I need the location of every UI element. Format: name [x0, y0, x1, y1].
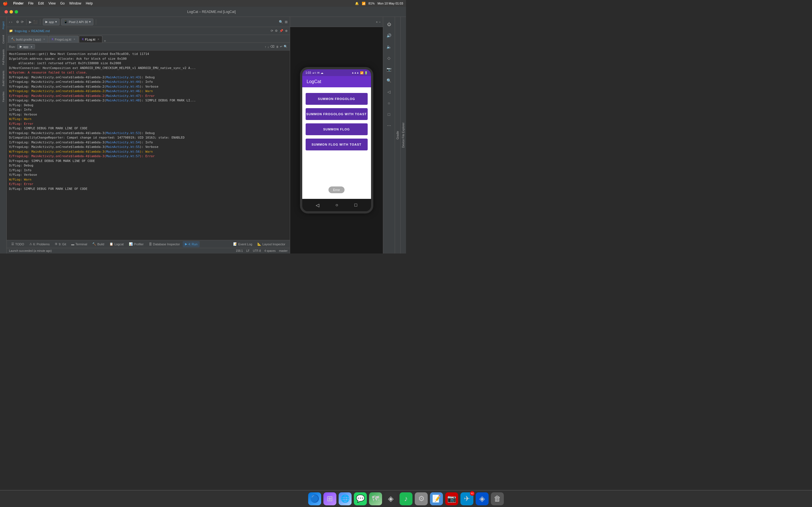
notification-icon[interactable]: 🔔: [355, 2, 359, 5]
indent-size[interactable]: 4 spaces: [264, 249, 275, 252]
app-selector[interactable]: ▶ app ▾: [43, 18, 59, 25]
menu-file[interactable]: File: [28, 1, 34, 5]
tab-close-build-gradle[interactable]: ×: [43, 38, 45, 41]
file-label[interactable]: README.md: [31, 29, 50, 33]
tab-close-frogolog[interactable]: ×: [73, 38, 75, 41]
log-link-53[interactable]: MainActivity.kt:53: [106, 131, 140, 135]
tool-terminal[interactable]: ▬ Terminal: [69, 241, 90, 247]
tool-layout-inspector[interactable]: 📐 Layout Inspector: [255, 241, 288, 247]
zoom-button[interactable]: 🔍: [384, 75, 394, 86]
refresh-icon[interactable]: ⟳: [271, 29, 273, 33]
log-link-55[interactable]: MainActivity.kt:55: [106, 145, 140, 149]
log-link-45[interactable]: MainActivity.kt:45: [106, 85, 140, 89]
log-link-43[interactable]: MainActivity.kt:43: [106, 75, 140, 79]
rotate-button[interactable]: ◇: [384, 53, 394, 63]
sync-icon[interactable]: ⟳: [21, 20, 24, 24]
menu-view[interactable]: View: [49, 1, 56, 5]
device-file-explorer-label[interactable]: Device File Explorer: [401, 121, 405, 149]
layout-icon[interactable]: ⊞: [285, 20, 288, 24]
folder-icon: 📁: [9, 29, 13, 33]
menu-edit[interactable]: Edit: [38, 1, 44, 5]
log-link-47[interactable]: MainActivity.kt:47: [106, 94, 140, 98]
apple-menu[interactable]: 🍎: [3, 1, 8, 6]
config-icon[interactable]: ⚙: [275, 29, 278, 33]
settings-icon[interactable]: ⚙: [16, 20, 19, 24]
encoding[interactable]: UTF-8: [253, 249, 261, 252]
tool-run[interactable]: ▶ 4: Run: [183, 241, 200, 247]
run-icon[interactable]: ▶: [29, 20, 32, 24]
tab-close-flog[interactable]: ×: [98, 38, 99, 41]
app-label: app: [49, 20, 54, 24]
forward-nav-icon[interactable]: ›: [11, 20, 12, 24]
tab-close-icon[interactable]: ×: [104, 39, 106, 43]
run-app-selector[interactable]: ▶ app ×: [17, 44, 35, 49]
tool-event-log[interactable]: 📝 Event Log: [231, 241, 255, 247]
power-button[interactable]: ⏻: [384, 19, 394, 29]
back-nav-icon[interactable]: ‹: [9, 20, 10, 24]
more-button[interactable]: ⋯: [384, 121, 394, 131]
search-toolbar-icon[interactable]: 🔍: [279, 20, 283, 24]
volume-down-button[interactable]: 🔈: [384, 42, 394, 52]
phone-btn-summon-frogolog[interactable]: SUMMON FROGOLOG: [306, 93, 368, 105]
minimize-button[interactable]: [10, 10, 13, 13]
menu-finder[interactable]: Finder: [13, 1, 24, 5]
tab-project[interactable]: Project: [1, 19, 6, 32]
git-branch[interactable]: master: [279, 249, 288, 252]
log-link-44[interactable]: MainActivity.kt:44: [106, 80, 140, 83]
chevron-down-icon: ▾: [55, 20, 57, 24]
tab-favorites[interactable]: Favorites: [1, 89, 6, 104]
square-button[interactable]: □: [384, 109, 394, 119]
log-link-56[interactable]: MainActivity.kt:56: [106, 150, 140, 154]
phone-btn-summon-flog-toast[interactable]: SUMMON FLOG WITH TOAST: [306, 138, 368, 151]
tool-build[interactable]: 🔨 Build: [90, 241, 106, 247]
emulator-minimize-icon[interactable]: −: [379, 20, 380, 24]
log-link-48[interactable]: MainActivity.kt:48: [106, 99, 140, 102]
phone-recent-icon[interactable]: □: [354, 203, 357, 208]
line-ending[interactable]: LF: [246, 249, 250, 252]
tool-profiler[interactable]: 📊 Profiler: [126, 241, 146, 247]
pause-icon[interactable]: ⏸: [276, 45, 279, 48]
project-label[interactable]: frogo-log: [15, 29, 27, 33]
clear-icon[interactable]: ⌫: [270, 45, 274, 48]
undo-button[interactable]: ◁: [384, 87, 394, 97]
tool-todo[interactable]: ☰ TODO: [9, 241, 27, 247]
circle-button[interactable]: ○: [384, 98, 394, 108]
phone-btn-summon-flog[interactable]: SUMMON FLOG: [306, 123, 368, 135]
phone-back-icon[interactable]: ◁: [316, 203, 319, 208]
tab-flog[interactable]: K FLog.kt ×: [79, 36, 102, 43]
scroll-up-icon[interactable]: ↑: [265, 45, 266, 48]
file-tabs: 🔨 build.gradle (:app) × K FrogoLog.kt × …: [7, 35, 290, 43]
log-content[interactable]: HostConnection::get() New Host Connectio…: [7, 51, 290, 240]
wrap-icon[interactable]: ↵: [280, 45, 283, 48]
tab-pull-requests[interactable]: Pull Requests: [1, 47, 6, 67]
search-log-icon[interactable]: 🔍: [284, 45, 288, 48]
phone-btn-summon-frogolog-toast[interactable]: SUMMON FROGOLOG WITH TOAST: [306, 108, 368, 120]
tool-logcat[interactable]: 📋 Logcat: [107, 241, 126, 247]
tab-commit[interactable]: Commit: [1, 33, 6, 46]
tab-frogolog[interactable]: K FrogoLog.kt ×: [49, 36, 79, 43]
phone-home-icon[interactable]: ○: [336, 203, 338, 208]
tool-git[interactable]: ⑨ 9: Git: [52, 241, 68, 247]
screenshot-button[interactable]: 📷: [384, 64, 394, 74]
menu-window[interactable]: Window: [69, 1, 82, 5]
tool-problems[interactable]: ⚠ 6: Problems: [27, 241, 52, 247]
stop-icon[interactable]: ⬛: [33, 20, 38, 24]
emulator-close-icon[interactable]: ×: [376, 20, 377, 24]
device-selector[interactable]: 📱 Pixel 2 API 30 ▾: [61, 18, 94, 25]
tool-database[interactable]: 🗄 Database Inspector: [147, 241, 182, 247]
gradle-label[interactable]: Gradle: [396, 131, 399, 139]
close-button[interactable]: [4, 10, 8, 13]
volume-up-button[interactable]: 🔊: [384, 31, 394, 41]
log-link-54[interactable]: MainActivity.kt:54: [106, 140, 140, 144]
expand-icon[interactable]: ⊕: [285, 29, 288, 33]
menu-go[interactable]: Go: [60, 1, 65, 5]
run-app-close[interactable]: ×: [31, 45, 33, 48]
maximize-button[interactable]: [15, 10, 18, 13]
log-link-57[interactable]: MainActivity.kt:57: [106, 154, 140, 158]
tab-build-variants[interactable]: Build Variants: [1, 68, 6, 89]
scroll-down-icon[interactable]: ↓: [267, 45, 269, 48]
pin-icon[interactable]: 📌: [280, 29, 283, 33]
menu-help[interactable]: Help: [86, 1, 93, 5]
log-link-46[interactable]: MainActivity.kt:46: [106, 89, 140, 93]
tab-build-gradle[interactable]: 🔨 build.gradle (:app) ×: [8, 36, 48, 43]
